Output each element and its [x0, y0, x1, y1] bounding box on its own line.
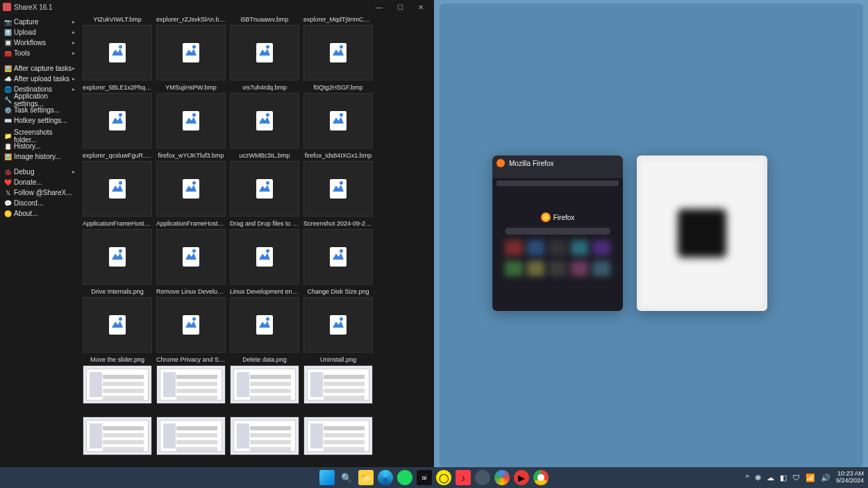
screenshot-thumbnail[interactable]	[303, 407, 374, 455]
thumbnail-image	[230, 417, 299, 455]
sharex-window: ShareX 16.1 — ☐ ✕ 📷Capture▸ ⬆️Upload▸ 🔲W…	[0, 0, 434, 467]
menu-follow[interactable]: 𝕏Follow @ShareX...	[0, 187, 78, 198]
spotify-icon[interactable]	[397, 470, 412, 485]
minimize-button[interactable]: —	[369, 1, 390, 13]
snap-window-other[interactable]	[637, 155, 767, 311]
record-icon[interactable]: ▶	[514, 470, 529, 485]
screenshot-thumbnail[interactable]: Drag and Drop files to Goo...	[229, 219, 300, 285]
thumbnail-filename: explorer_5BLE1x2Phq.bmp	[83, 83, 152, 92]
tray-onedrive-icon[interactable]: ☁	[767, 473, 774, 482]
snap-window-firefox[interactable]: Mozilla Firefox Firefox	[492, 155, 623, 311]
image-file-icon	[183, 43, 199, 62]
screenshot-thumbnail[interactable]: Move the slider.png	[82, 355, 153, 404]
tray-wifi-icon[interactable]: 📶	[806, 473, 815, 482]
screenshot-thumbnail[interactable]: ApplicationFrameHost_Kd...	[156, 219, 226, 285]
thumbnail-image	[303, 365, 373, 404]
thumbnail-filename: explorer_MqdTj9nmCe.bmp	[303, 15, 373, 24]
search-button[interactable]: 🔍	[339, 470, 354, 485]
thumbnail-image	[230, 365, 299, 404]
screenshot-thumbnail[interactable]: Remove Linux Developme...	[156, 287, 226, 353]
date-text: 9/24/2024	[836, 478, 864, 485]
screenshot-thumbnail[interactable]: explorer_qcsluwFguR.bmp	[82, 151, 153, 217]
tray-settings-icon[interactable]: ❋	[755, 473, 761, 482]
screenshot-thumbnail[interactable]: Drive Internals.png	[82, 287, 153, 353]
menu-donate[interactable]: ❤️Donate...	[0, 177, 78, 187]
menu-workflows[interactable]: 🔲Workflows▸	[0, 37, 78, 48]
tray-chevron-icon[interactable]: ^	[746, 473, 749, 482]
thumbnail-image	[83, 365, 152, 404]
menu-capture[interactable]: 📷Capture▸	[0, 17, 78, 27]
maximize-button[interactable]: ☐	[390, 1, 410, 13]
menu-tools[interactable]: 🧰Tools▸	[0, 48, 78, 58]
file-explorer-icon[interactable]: 📁	[358, 470, 374, 485]
screenshot-thumbnail[interactable]: explorer_MqdTj9nmCe.bmp	[303, 15, 374, 81]
clock[interactable]: 10:23 AM 9/24/2024	[836, 471, 864, 485]
thumbnail-filename: firefox_Ids84IXGx1.bmp	[303, 151, 373, 160]
firefox-logo-icon	[541, 212, 551, 222]
thumbnail-image	[83, 229, 152, 285]
menu-image-history[interactable]: 🖼️Image history...	[0, 151, 78, 162]
tray-security-icon[interactable]: 🛡	[792, 473, 800, 482]
chrome-icon[interactable]	[533, 470, 549, 485]
screenshot-thumbnail[interactable]	[156, 407, 226, 455]
thumbnail-image	[303, 161, 373, 217]
thumbnail-filename: Remove Linux Developme...	[156, 287, 226, 296]
gallery-icon: 🖼️	[4, 153, 11, 160]
menu-history[interactable]: 📋History...	[0, 141, 78, 151]
start-button[interactable]	[319, 470, 335, 485]
screenshot-thumbnail[interactable]: Screenshot 2024-09-21 12...	[303, 219, 374, 285]
image-file-icon	[183, 247, 199, 267]
screenshot-thumbnail[interactable]: Linux Development enviro...	[229, 287, 300, 353]
screenshot-thumbnail[interactable]: Uninstall.png	[303, 355, 374, 404]
screenshot-thumbnail[interactable]: vis7uh4rdq.bmp	[229, 83, 300, 149]
screenshot-thumbnail[interactable]: Change Disk Size.png	[303, 287, 374, 353]
screenshot-thumbnail[interactable]: firefox_wYIJKTluf3.bmp	[156, 151, 226, 217]
image-file-icon	[330, 111, 347, 131]
menu-after-capture[interactable]: 🖼️After capture tasks▸	[0, 63, 78, 74]
menu-debug[interactable]: 🐞Debug▸	[0, 167, 78, 177]
menu-hotkey-settings[interactable]: ⌨️Hotkey settings...	[0, 115, 78, 126]
tray-app-icon[interactable]: ◧	[780, 473, 787, 482]
menu-after-upload[interactable]: ☁️After upload tasks▸	[0, 74, 78, 84]
terminal-icon[interactable]: ai	[417, 470, 432, 485]
edge-icon[interactable]	[378, 470, 393, 485]
screenshot-thumbnail[interactable]: Chrome Privacy and Securi...	[156, 355, 226, 404]
thumbnail-image	[83, 93, 152, 149]
close-button[interactable]: ✕	[410, 1, 431, 13]
menu-task-settings[interactable]: ⚙️Task settings...	[0, 105, 78, 115]
thumbnail-image	[83, 297, 152, 353]
screenshot-thumbnail[interactable]: f0Qtg2HSGF.bmp	[303, 83, 374, 149]
screenshot-thumbnail[interactable]: Delete data.png	[229, 355, 300, 404]
window-thumbnail	[640, 158, 765, 308]
thumbnail-image	[156, 161, 226, 217]
screenshot-thumbnail[interactable]: explorer_rZJsvkSlAn.bmp	[156, 15, 226, 81]
thumbnail-image	[230, 161, 299, 217]
menu-discord[interactable]: 💬Discord...	[0, 198, 78, 208]
image-file-icon	[330, 43, 347, 62]
screenshot-gallery[interactable]: YtZukVIWLT.bmpexplorer_rZJsvkSlAn.bmpi5B…	[78, 14, 434, 467]
screenshot-thumbnail[interactable]: YMSujiHsPW.bmp	[156, 83, 226, 149]
tray-volume-icon[interactable]: 🔊	[821, 473, 831, 482]
thumbnail-filename: explorer_qcsluwFguR.bmp	[83, 151, 152, 160]
screenshot-thumbnail[interactable]: uczWMBc3IL.bmp	[229, 151, 300, 217]
taskbar-pinned-apps: 🔍 📁 ai ◯ ♪ ▶	[319, 470, 549, 485]
screenshot-thumbnail[interactable]: explorer_5BLE1x2Phq.bmp	[82, 83, 153, 149]
titlebar[interactable]: ShareX 16.1 — ☐ ✕	[0, 0, 434, 14]
gear-icon: ⚙️	[4, 107, 11, 114]
screenshot-thumbnail[interactable]	[229, 407, 300, 455]
screenshot-thumbnail[interactable]: YtZukVIWLT.bmp	[82, 15, 153, 81]
firefox-taskbar-icon[interactable]	[475, 470, 490, 485]
screenshot-thumbnail[interactable]	[82, 407, 153, 455]
thumbnail-filename: Drive Internals.png	[83, 287, 152, 296]
screenshot-thumbnail[interactable]: i5BTnuaawv.bmp	[229, 15, 300, 81]
menu-app-settings[interactable]: 🔧Application settings...	[0, 94, 78, 105]
menu-screenshots-folder[interactable]: 📁Screenshots folder...	[0, 131, 78, 141]
app-icon[interactable]: ◯	[436, 470, 451, 485]
google-icon[interactable]	[494, 470, 510, 485]
menu-upload[interactable]: ⬆️Upload▸	[0, 27, 78, 37]
thumbnail-image	[156, 365, 226, 404]
screenshot-thumbnail[interactable]: firefox_Ids84IXGx1.bmp	[303, 151, 374, 217]
apple-music-icon[interactable]: ♪	[456, 470, 471, 485]
screenshot-thumbnail[interactable]: ApplicationFrameHost_Gc...	[82, 219, 153, 285]
menu-about[interactable]: 🟡About...	[0, 208, 78, 219]
